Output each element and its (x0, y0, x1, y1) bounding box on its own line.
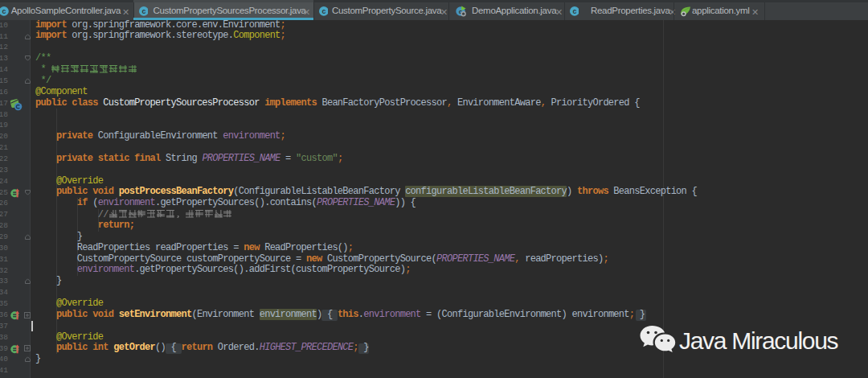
svg-text:c: c (2, 7, 6, 15)
svg-text:c: c (321, 7, 326, 15)
svg-text:c: c (572, 7, 576, 15)
svg-text:c: c (141, 7, 145, 15)
